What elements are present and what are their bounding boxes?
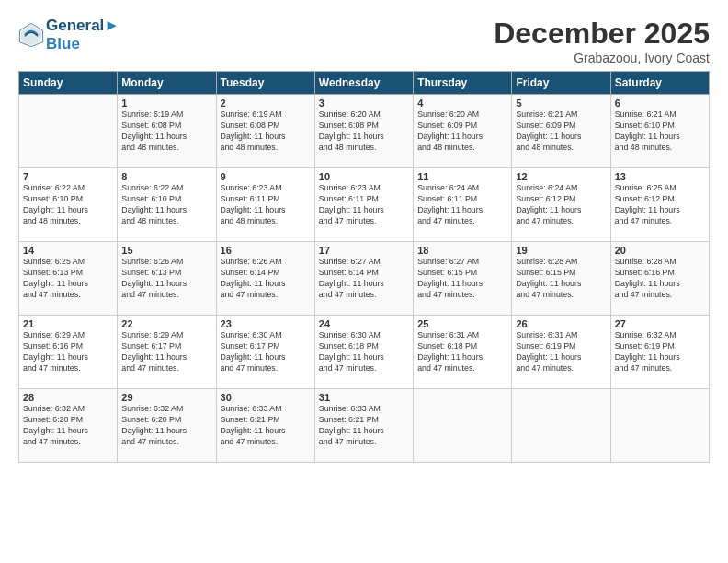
- calendar-week-row: 1Sunrise: 6:19 AM Sunset: 6:08 PM Daylig…: [19, 95, 710, 168]
- day-info: Sunrise: 6:26 AM Sunset: 6:14 PM Dayligh…: [221, 257, 311, 301]
- calendar-table: SundayMondayTuesdayWednesdayThursdayFrid…: [18, 71, 710, 463]
- day-number: 15: [121, 245, 211, 256]
- calendar-cell: [19, 95, 118, 168]
- day-info: Sunrise: 6:20 AM Sunset: 6:08 PM Dayligh…: [319, 109, 409, 154]
- day-info: Sunrise: 6:29 AM Sunset: 6:16 PM Dayligh…: [23, 330, 113, 374]
- calendar-cell: 18Sunrise: 6:27 AM Sunset: 6:15 PM Dayli…: [414, 242, 512, 316]
- calendar-cell: 19Sunrise: 6:28 AM Sunset: 6:15 PM Dayli…: [512, 242, 610, 316]
- calendar-cell: 10Sunrise: 6:23 AM Sunset: 6:11 PM Dayli…: [314, 168, 413, 242]
- day-number: 23: [221, 318, 311, 329]
- day-number: 2: [221, 98, 311, 109]
- calendar-cell: 6Sunrise: 6:21 AM Sunset: 6:10 PM Daylig…: [610, 95, 709, 168]
- calendar-cell: [414, 389, 512, 463]
- day-info: Sunrise: 6:28 AM Sunset: 6:16 PM Dayligh…: [615, 257, 705, 301]
- header-day-wednesday: Wednesday: [314, 72, 413, 95]
- header-day-sunday: Sunday: [19, 72, 118, 95]
- day-info: Sunrise: 6:33 AM Sunset: 6:21 PM Dayligh…: [221, 404, 311, 448]
- calendar-cell: [512, 389, 610, 463]
- calendar-week-row: 14Sunrise: 6:25 AM Sunset: 6:13 PM Dayli…: [19, 242, 710, 316]
- day-info: Sunrise: 6:23 AM Sunset: 6:11 PM Dayligh…: [221, 183, 311, 227]
- day-info: Sunrise: 6:26 AM Sunset: 6:13 PM Dayligh…: [121, 257, 211, 301]
- day-info: Sunrise: 6:33 AM Sunset: 6:21 PM Dayligh…: [319, 404, 409, 448]
- day-info: Sunrise: 6:24 AM Sunset: 6:11 PM Dayligh…: [417, 183, 507, 227]
- day-number: 10: [319, 171, 409, 182]
- day-number: 12: [516, 171, 606, 182]
- header-day-saturday: Saturday: [610, 72, 709, 95]
- calendar-cell: 12Sunrise: 6:24 AM Sunset: 6:12 PM Dayli…: [512, 168, 610, 242]
- calendar-cell: 9Sunrise: 6:23 AM Sunset: 6:11 PM Daylig…: [216, 168, 314, 242]
- day-number: 28: [23, 392, 113, 403]
- day-info: Sunrise: 6:31 AM Sunset: 6:19 PM Dayligh…: [516, 330, 606, 374]
- day-info: Sunrise: 6:30 AM Sunset: 6:18 PM Dayligh…: [319, 330, 409, 374]
- day-info: Sunrise: 6:22 AM Sunset: 6:10 PM Dayligh…: [121, 183, 211, 227]
- day-number: 16: [221, 245, 311, 256]
- calendar-cell: 25Sunrise: 6:31 AM Sunset: 6:18 PM Dayli…: [414, 316, 512, 389]
- header-day-thursday: Thursday: [414, 72, 512, 95]
- day-info: Sunrise: 6:21 AM Sunset: 6:09 PM Dayligh…: [516, 109, 606, 154]
- calendar-cell: 24Sunrise: 6:30 AM Sunset: 6:18 PM Dayli…: [314, 316, 413, 389]
- day-number: 13: [615, 171, 705, 182]
- day-info: Sunrise: 6:29 AM Sunset: 6:17 PM Dayligh…: [121, 330, 211, 374]
- day-number: 20: [615, 245, 705, 256]
- title-area: December 2025 Grabazoou, Ivory Coast: [494, 17, 710, 65]
- day-info: Sunrise: 6:28 AM Sunset: 6:15 PM Dayligh…: [516, 257, 606, 301]
- day-number: 8: [121, 171, 211, 182]
- day-number: 24: [319, 318, 409, 329]
- calendar-week-row: 21Sunrise: 6:29 AM Sunset: 6:16 PM Dayli…: [19, 316, 710, 389]
- logo-icon: [18, 22, 44, 48]
- day-info: Sunrise: 6:32 AM Sunset: 6:19 PM Dayligh…: [615, 330, 705, 374]
- day-number: 7: [23, 171, 113, 182]
- calendar-cell: 30Sunrise: 6:33 AM Sunset: 6:21 PM Dayli…: [216, 389, 314, 463]
- day-number: 17: [319, 245, 409, 256]
- day-number: 31: [319, 392, 409, 403]
- calendar-cell: 16Sunrise: 6:26 AM Sunset: 6:14 PM Dayli…: [216, 242, 314, 316]
- day-info: Sunrise: 6:24 AM Sunset: 6:12 PM Dayligh…: [516, 183, 606, 227]
- day-info: Sunrise: 6:19 AM Sunset: 6:08 PM Dayligh…: [221, 109, 311, 154]
- day-number: 22: [121, 318, 211, 329]
- day-info: Sunrise: 6:23 AM Sunset: 6:11 PM Dayligh…: [319, 183, 409, 227]
- calendar-cell: 8Sunrise: 6:22 AM Sunset: 6:10 PM Daylig…: [118, 168, 216, 242]
- day-number: 9: [221, 171, 311, 182]
- logo: General► Blue: [18, 17, 119, 52]
- header-day-friday: Friday: [512, 72, 610, 95]
- calendar-cell: 31Sunrise: 6:33 AM Sunset: 6:21 PM Dayli…: [314, 389, 413, 463]
- day-number: 19: [516, 245, 606, 256]
- day-number: 1: [121, 98, 211, 109]
- day-info: Sunrise: 6:31 AM Sunset: 6:18 PM Dayligh…: [417, 330, 507, 374]
- day-number: 18: [417, 245, 507, 256]
- calendar-cell: 7Sunrise: 6:22 AM Sunset: 6:10 PM Daylig…: [19, 168, 118, 242]
- day-number: 21: [23, 318, 113, 329]
- day-info: Sunrise: 6:21 AM Sunset: 6:10 PM Dayligh…: [615, 109, 705, 154]
- day-info: Sunrise: 6:25 AM Sunset: 6:12 PM Dayligh…: [615, 183, 705, 227]
- day-info: Sunrise: 6:30 AM Sunset: 6:17 PM Dayligh…: [221, 330, 311, 374]
- day-number: 3: [319, 98, 409, 109]
- calendar-subtitle: Grabazoou, Ivory Coast: [494, 51, 710, 65]
- day-number: 4: [417, 98, 507, 109]
- header: General► Blue December 2025 Grabazoou, I…: [18, 17, 710, 65]
- page: General► Blue December 2025 Grabazoou, I…: [0, 0, 728, 563]
- calendar-cell: 15Sunrise: 6:26 AM Sunset: 6:13 PM Dayli…: [118, 242, 216, 316]
- day-info: Sunrise: 6:32 AM Sunset: 6:20 PM Dayligh…: [121, 404, 211, 448]
- day-number: 6: [615, 98, 705, 109]
- calendar-cell: 28Sunrise: 6:32 AM Sunset: 6:20 PM Dayli…: [19, 389, 118, 463]
- calendar-cell: 13Sunrise: 6:25 AM Sunset: 6:12 PM Dayli…: [610, 168, 709, 242]
- calendar-cell: 22Sunrise: 6:29 AM Sunset: 6:17 PM Dayli…: [118, 316, 216, 389]
- day-number: 29: [121, 392, 211, 403]
- calendar-cell: 23Sunrise: 6:30 AM Sunset: 6:17 PM Dayli…: [216, 316, 314, 389]
- day-number: 11: [417, 171, 507, 182]
- calendar-cell: [610, 389, 709, 463]
- day-info: Sunrise: 6:32 AM Sunset: 6:20 PM Dayligh…: [23, 404, 113, 448]
- calendar-cell: 4Sunrise: 6:20 AM Sunset: 6:09 PM Daylig…: [414, 95, 512, 168]
- header-day-tuesday: Tuesday: [216, 72, 314, 95]
- day-number: 26: [516, 318, 606, 329]
- calendar-cell: 21Sunrise: 6:29 AM Sunset: 6:16 PM Dayli…: [19, 316, 118, 389]
- day-info: Sunrise: 6:25 AM Sunset: 6:13 PM Dayligh…: [23, 257, 113, 301]
- calendar-cell: 11Sunrise: 6:24 AM Sunset: 6:11 PM Dayli…: [414, 168, 512, 242]
- calendar-cell: 2Sunrise: 6:19 AM Sunset: 6:08 PM Daylig…: [216, 95, 314, 168]
- day-number: 25: [417, 318, 507, 329]
- calendar-cell: 29Sunrise: 6:32 AM Sunset: 6:20 PM Dayli…: [118, 389, 216, 463]
- day-info: Sunrise: 6:20 AM Sunset: 6:09 PM Dayligh…: [417, 109, 507, 154]
- calendar-week-row: 28Sunrise: 6:32 AM Sunset: 6:20 PM Dayli…: [19, 389, 710, 463]
- calendar-cell: 1Sunrise: 6:19 AM Sunset: 6:08 PM Daylig…: [118, 95, 216, 168]
- calendar-cell: 3Sunrise: 6:20 AM Sunset: 6:08 PM Daylig…: [314, 95, 413, 168]
